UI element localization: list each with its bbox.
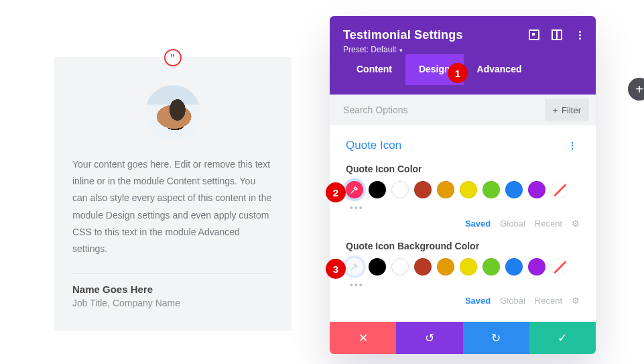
swatch-yellow[interactable] <box>460 181 477 198</box>
search-input[interactable] <box>343 95 545 125</box>
chevron-down-icon: ▾ <box>397 47 403 54</box>
swatch-black[interactable] <box>369 181 386 198</box>
preset-prefix: Preset: <box>343 45 371 54</box>
field-label-icon-bg: Quote Icon Background Color <box>346 241 580 251</box>
section-menu-icon[interactable]: ⋮ <box>565 137 580 154</box>
testimonial-preview: ” Your content goes here. Edit or remove… <box>54 57 292 331</box>
testimonial-body: Your content goes here. Edit or remove t… <box>72 156 273 257</box>
swatch-white[interactable] <box>391 258 409 276</box>
confirm-button[interactable]: ✓ <box>529 322 596 354</box>
preset-link-global[interactable]: Global <box>500 219 525 229</box>
swatch-black[interactable] <box>369 258 386 276</box>
tab-advanced[interactable]: Advanced <box>464 54 535 85</box>
swatch-brick[interactable] <box>414 181 432 198</box>
cancel-button[interactable]: ✕ <box>330 322 396 354</box>
search-bar: +Filter <box>330 95 596 125</box>
swatch-row-icon-color <box>346 181 580 198</box>
preset-value: Default <box>371 45 396 54</box>
expand-icon[interactable] <box>529 29 539 40</box>
filter-label: Filter <box>562 105 581 115</box>
preset-link-saved[interactable]: Saved <box>465 296 491 306</box>
preset-links-row: Saved Global Recent ⚙ <box>346 296 580 306</box>
gear-icon[interactable]: ⚙ <box>572 296 580 306</box>
swatch-none[interactable] <box>551 258 568 276</box>
swatch-green[interactable] <box>482 258 500 276</box>
panel-footer: ✕ ↺ ↻ ✓ <box>330 322 596 354</box>
tab-content[interactable]: Content <box>343 54 405 85</box>
quote-icon: ” <box>164 49 182 66</box>
author-meta: Job Title, Company Name <box>72 298 273 308</box>
swatch-orange[interactable] <box>437 258 454 276</box>
preset-link-recent[interactable]: Recent <box>535 219 562 229</box>
section-title[interactable]: Quote Icon <box>346 139 401 152</box>
swatch-yellow[interactable] <box>460 258 477 276</box>
panel-header: Testimonial Settings Preset: Default ▾ C… <box>330 16 596 95</box>
panel-body: Quote Icon ⋮ Quote Icon Color ••• Saved … <box>330 125 596 322</box>
field-label-icon-color: Quote Icon Color <box>346 164 580 174</box>
preset-link-saved[interactable]: Saved <box>465 219 491 229</box>
more-swatches-icon[interactable]: ••• <box>350 202 580 213</box>
more-icon[interactable] <box>574 29 585 40</box>
swatch-green[interactable] <box>482 181 500 198</box>
columns-icon[interactable] <box>552 29 562 40</box>
more-swatches-icon[interactable]: ••• <box>350 280 580 290</box>
callout-3: 3 <box>326 259 346 279</box>
redo-button[interactable]: ↻ <box>463 322 529 354</box>
undo-button[interactable]: ↺ <box>396 322 462 354</box>
gear-icon[interactable]: ⚙ <box>572 219 580 229</box>
preset-selector[interactable]: Preset: Default ▾ <box>343 45 582 54</box>
swatch-orange[interactable] <box>437 181 454 198</box>
swatch-brick[interactable] <box>414 258 432 276</box>
plus-icon: + <box>553 105 558 115</box>
callout-1: 1 <box>448 63 468 83</box>
swatch-purple[interactable] <box>528 258 545 276</box>
swatch-none[interactable] <box>551 181 568 198</box>
preset-link-global[interactable]: Global <box>500 296 525 306</box>
swatch-blue[interactable] <box>505 181 523 198</box>
author-avatar <box>145 85 201 141</box>
swatch-purple[interactable] <box>528 181 545 198</box>
divider <box>72 274 273 274</box>
eyedropper-swatch[interactable] <box>346 258 363 276</box>
author-name: Name Goes Here <box>72 284 273 295</box>
eyedropper-swatch[interactable] <box>346 181 363 198</box>
swatch-white[interactable] <box>391 181 409 198</box>
floating-add-button[interactable]: + <box>628 78 644 101</box>
preset-link-recent[interactable]: Recent <box>535 296 562 306</box>
callout-2: 2 <box>326 182 346 202</box>
swatch-blue[interactable] <box>505 258 523 276</box>
swatch-row-icon-bg <box>346 258 580 276</box>
preset-links-row: Saved Global Recent ⚙ <box>346 219 580 229</box>
filter-button[interactable]: +Filter <box>545 99 589 121</box>
